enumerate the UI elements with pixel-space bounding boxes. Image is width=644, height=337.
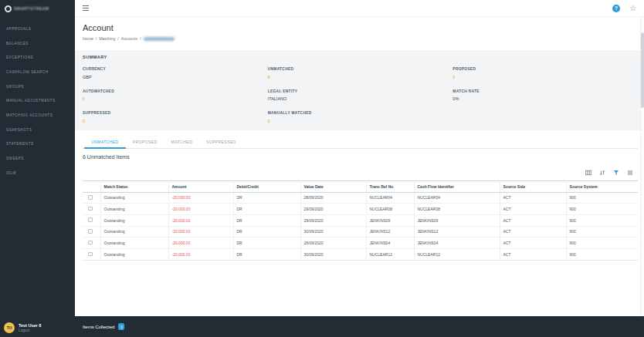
sort-icon[interactable]: [598, 170, 605, 177]
sidebar-item-matching-accounts[interactable]: MATCHING ACCOUNTS: [0, 108, 75, 123]
cell-source-system: 900: [566, 192, 638, 204]
cell-source-system: 900: [566, 214, 638, 226]
scrollbar[interactable]: [640, 17, 644, 316]
row-checkbox[interactable]: [88, 217, 93, 222]
column-header-debit-credit[interactable]: Debit/Credit: [233, 180, 300, 192]
tab-unmatched[interactable]: UNMATCHED: [84, 136, 126, 149]
summary-field-value: 6: [268, 75, 453, 79]
column-header-source-side[interactable]: Source Side: [500, 180, 566, 192]
summary-field-currency: CURRENCY GBP: [83, 67, 268, 79]
tab-proposed[interactable]: PROPOSED: [126, 136, 164, 149]
sidebar-item-groups[interactable]: GROUPS: [0, 79, 75, 94]
cell-value-date: 28/09/2020: [300, 192, 366, 204]
column-header-value-date[interactable]: Value Date: [300, 180, 366, 192]
tab-matched[interactable]: MATCHED: [164, 136, 200, 149]
sidebar-item-cashflow-search[interactable]: CASHFLOW SEARCH: [0, 65, 75, 79]
cell-cash-flow-identifier: JENKINS04: [414, 238, 500, 249]
sidebar: SMARTSTREAM APPROVALSBALANCESEXCEPTIONSC…: [0, 0, 75, 337]
summary-field-label: SUPPRESSED: [83, 111, 268, 115]
app-root: SMARTSTREAM APPROVALSBALANCESEXCEPTIONSC…: [0, 0, 644, 337]
logout-link[interactable]: Logout: [19, 329, 41, 332]
unmatched-items-table: Match StatusAmountDebit/CreditValue Date…: [83, 180, 638, 261]
row-checkbox[interactable]: [88, 195, 93, 200]
sidebar-item-idlm[interactable]: IDLM: [0, 166, 75, 180]
cell-match-status: Outstanding: [100, 214, 168, 226]
summary-field-value: 0%: [452, 96, 638, 101]
table-row[interactable]: Outstanding-20,000.00DR28/09/2020JENKINS…: [83, 238, 638, 249]
cell-cash-flow-identifier: JENKINS12: [414, 226, 500, 238]
tab-suppressed[interactable]: SUPPRESSED: [199, 136, 243, 149]
summary-field-label: PROPOSED: [452, 67, 638, 71]
user-meta: Test User 8 Logout: [19, 323, 41, 333]
cell-source-side: ACT: [500, 238, 566, 249]
table-row[interactable]: Outstanding-20,000.00DR29/09/2020NUCLEAR…: [83, 204, 638, 215]
cell-value-date: 29/09/2020: [300, 214, 366, 226]
column-header-amount[interactable]: Amount: [168, 180, 233, 192]
menu-icon[interactable]: [83, 5, 89, 12]
unmatched-items-heading: 6 Unmatched Items: [83, 154, 638, 160]
summary-field-manually-matched: MANUALLY MATCHED 0: [268, 111, 453, 123]
table-toolbar: [83, 170, 638, 177]
breadcrumb-accounts[interactable]: Accounts: [121, 36, 137, 41]
footer-bar: Items Collected 0: [75, 316, 644, 337]
cell-source-system: 900: [566, 248, 638, 260]
user-name: Test User 8: [19, 323, 41, 328]
cell-trans-ref-no: NUCLEAR04: [366, 192, 414, 204]
cell-amount: -20,000.00: [168, 238, 233, 249]
sidebar-item-manual-adjustments[interactable]: MANUAL ADJUSTMENTS: [0, 93, 75, 108]
summary-field-automatched: AUTOMATCHED 0: [83, 89, 268, 102]
row-checkbox[interactable]: [88, 252, 93, 257]
cell-value-date: 30/09/2020: [300, 226, 366, 238]
topbar-actions: ? ☆: [612, 5, 636, 12]
columns-icon[interactable]: [585, 170, 591, 177]
summary-field-unmatched: UNMATCHED 6: [268, 67, 453, 79]
cell-source-side: ACT: [500, 226, 566, 238]
cell-debit-credit: DR: [233, 192, 300, 204]
breadcrumb-matching[interactable]: Matching: [99, 36, 115, 41]
row-select-cell: [83, 192, 100, 204]
help-icon[interactable]: ?: [612, 5, 620, 12]
row-checkbox[interactable]: [88, 207, 93, 211]
row-checkbox[interactable]: [88, 241, 93, 245]
page-title: Account: [83, 23, 638, 32]
summary-field-label: MATCH RATE: [452, 89, 638, 93]
column-header-match-status[interactable]: Match Status: [100, 180, 168, 192]
summary-grid: CURRENCY GBP UNMATCHED 6 PROPOSED 0 AUTO…: [83, 67, 638, 123]
cell-value-date: 30/09/2020: [300, 248, 366, 260]
scrollbar-thumb[interactable]: [641, 32, 644, 108]
column-header-cash-flow-identifier[interactable]: Cash Flow Identifier: [414, 180, 500, 192]
breadcrumb-separator: /: [117, 36, 118, 41]
sidebar-item-approvals[interactable]: APPROVALS: [0, 22, 75, 36]
sidebar-item-statements[interactable]: STATEMENTS: [0, 137, 75, 152]
summary-field-match-rate: MATCH RATE 0%: [452, 89, 638, 102]
row-checkbox[interactable]: [88, 229, 93, 234]
summary-heading: SUMMARY: [83, 55, 638, 59]
favorite-star-icon[interactable]: ☆: [629, 5, 636, 12]
sidebar-item-snapshots[interactable]: SNAPSHOTS: [0, 123, 75, 137]
table-row[interactable]: Outstanding-20,000.00DR28/09/2020NUCLEAR…: [83, 192, 638, 204]
table-row[interactable]: Outstanding-20,000.00DR30/09/2020JENKINS…: [83, 226, 638, 238]
topbar: ? ☆: [75, 0, 644, 17]
sidebar-item-exceptions[interactable]: EXCEPTIONS: [0, 50, 75, 65]
row-select-cell: [83, 204, 100, 215]
list-icon[interactable]: [626, 170, 633, 177]
tabs: UNMATCHEDPROPOSEDMATCHEDSUPPRESSED: [83, 136, 638, 149]
cell-match-status: Outstanding: [100, 226, 168, 238]
cell-cash-flow-identifier: NUCLEAR04: [414, 192, 500, 204]
items-collected-label: Items Collected: [83, 325, 114, 329]
table-row[interactable]: Outstanding-20,000.00DR30/09/2020NUCLEAR…: [83, 248, 638, 260]
summary-field-value: 0: [452, 75, 638, 79]
table-row[interactable]: Outstanding-20,000.00DR29/09/2020JENKINS…: [83, 214, 638, 226]
breadcrumb-account-id-redacted: [144, 37, 175, 41]
sidebar-item-balances[interactable]: BALANCES: [0, 36, 75, 51]
column-header-source-system[interactable]: Source System: [566, 180, 638, 192]
breadcrumb-home[interactable]: Home: [83, 36, 93, 41]
items-collected-badge: 0: [118, 323, 124, 330]
column-header-trans-ref-no[interactable]: Trans Ref No: [366, 180, 414, 192]
cell-amount: -20,000.00: [168, 192, 233, 204]
summary-field-value: 0: [83, 96, 268, 101]
filter-icon[interactable]: [612, 170, 619, 177]
cell-debit-credit: DR: [233, 204, 300, 215]
avatar[interactable]: TU: [4, 322, 15, 333]
sidebar-item-sweeps[interactable]: SWEEPS: [0, 151, 75, 166]
